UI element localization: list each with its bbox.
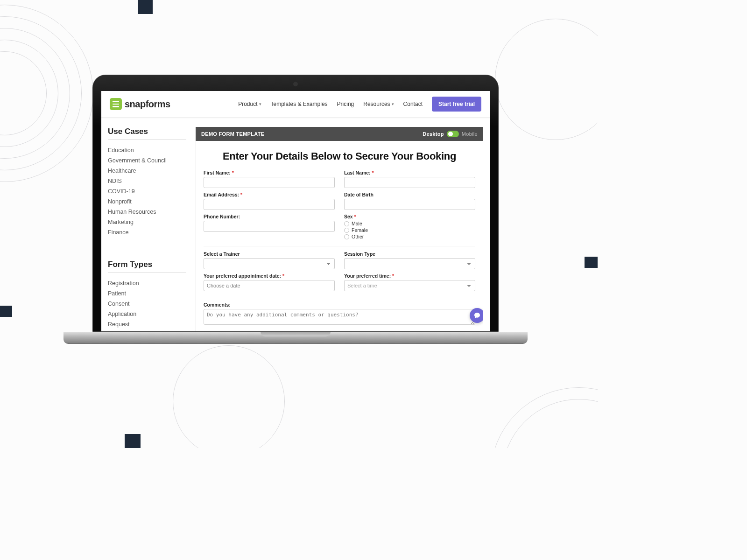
last-name-label: Last Name: * xyxy=(344,170,475,175)
dob-label: Date of Birth xyxy=(344,192,475,197)
sidebar-item-application[interactable]: Application xyxy=(108,309,186,319)
laptop-mockup: snapforms Product▾ Templates & Examples … xyxy=(92,75,499,344)
radio-icon xyxy=(344,221,349,226)
divider xyxy=(204,297,475,297)
nav-product[interactable]: Product▾ xyxy=(238,101,261,107)
nav-templates[interactable]: Templates & Examples xyxy=(271,101,328,107)
pref-date-label: Your preferred appointment date: * xyxy=(204,273,335,279)
first-name-label: First Name: * xyxy=(204,170,335,175)
camera-icon xyxy=(293,82,298,86)
sidebar-item-ndis[interactable]: NDIS xyxy=(108,176,186,186)
primary-nav: Product▾ Templates & Examples Pricing Re… xyxy=(238,97,481,112)
pref-time-label: Your preferred time: * xyxy=(344,273,475,279)
start-free-trial-button[interactable]: Start free trial xyxy=(432,97,481,112)
demo-panel-header: DEMO FORM TEMPLATE Desktop Mobile xyxy=(196,127,483,141)
nav-pricing[interactable]: Pricing xyxy=(337,101,354,107)
radio-icon xyxy=(344,228,349,233)
chat-icon xyxy=(473,312,481,319)
pref-time-select[interactable]: Select a time xyxy=(344,280,475,291)
sidebar-item-education[interactable]: Education xyxy=(108,145,186,155)
sidebar-item-feedback[interactable]: Feedback xyxy=(108,329,186,331)
logo-text: snapforms xyxy=(125,99,170,110)
logo-icon xyxy=(110,98,122,110)
sex-female[interactable]: Female xyxy=(344,227,475,233)
laptop-base xyxy=(63,332,528,344)
last-name-input[interactable] xyxy=(344,177,475,188)
decor-circles-left xyxy=(0,0,98,187)
sidebar-item-consent[interactable]: Consent xyxy=(108,299,186,309)
trainer-select[interactable] xyxy=(204,258,335,269)
sidebar-item-patient[interactable]: Patient xyxy=(108,288,186,299)
sidebar-item-marketing[interactable]: Marketing xyxy=(108,217,186,227)
sidebar-item-request[interactable]: Request xyxy=(108,319,186,329)
sidebar: Use Cases Education Government & Council… xyxy=(108,127,186,331)
sidebar-item-healthcare[interactable]: Healthcare xyxy=(108,166,186,176)
sex-label: Sex * xyxy=(344,214,475,219)
chevron-down-icon: ▾ xyxy=(392,102,394,106)
sidebar-item-government[interactable]: Government & Council xyxy=(108,155,186,166)
phone-label: Phone Number: xyxy=(204,214,335,219)
laptop-notch xyxy=(261,332,331,336)
decor-square xyxy=(0,306,12,317)
sidebar-item-registration[interactable]: Registration xyxy=(108,278,186,288)
sidebar-item-covid19[interactable]: COVID-19 xyxy=(108,186,186,196)
sex-male[interactable]: Male xyxy=(344,221,475,226)
divider xyxy=(204,246,475,246)
sidebar-heading-use-cases: Use Cases xyxy=(108,127,186,136)
phone-input[interactable] xyxy=(204,221,335,232)
toggle-switch[interactable] xyxy=(447,131,459,137)
chevron-down-icon: ▾ xyxy=(259,102,261,106)
radio-icon xyxy=(344,234,349,239)
demo-header-label: DEMO FORM TEMPLATE xyxy=(201,131,264,137)
logo[interactable]: snapforms xyxy=(110,98,170,110)
nav-contact[interactable]: Contact xyxy=(403,101,423,107)
pref-date-input[interactable] xyxy=(204,280,335,291)
divider xyxy=(108,272,186,273)
first-name-input[interactable] xyxy=(204,177,335,188)
dob-input[interactable] xyxy=(344,199,475,210)
decor-circle-bottom xyxy=(173,345,285,448)
view-toggle: Desktop Mobile xyxy=(423,131,478,137)
nav-resources[interactable]: Resources▾ xyxy=(363,101,394,107)
form-title: Enter Your Details Below to Secure Your … xyxy=(204,150,475,162)
site-header: snapforms Product▾ Templates & Examples … xyxy=(101,91,490,118)
session-label: Session Type xyxy=(344,251,475,257)
sidebar-item-hr[interactable]: Human Resources xyxy=(108,207,186,217)
sex-other[interactable]: Other xyxy=(344,234,475,239)
comments-label: Comments: xyxy=(204,302,475,308)
decor-square xyxy=(585,257,598,268)
decor-circles-bottomright xyxy=(486,383,598,448)
sidebar-heading-form-types: Form Types xyxy=(108,260,186,269)
decor-circle-topright xyxy=(495,19,598,140)
desktop-label[interactable]: Desktop xyxy=(423,131,444,137)
email-input[interactable] xyxy=(204,199,335,210)
decor-square xyxy=(125,434,141,448)
sidebar-item-nonprofit[interactable]: Nonprofit xyxy=(108,196,186,207)
comments-textarea[interactable] xyxy=(204,309,475,325)
sex-radio-group: Male Female Other xyxy=(344,221,475,239)
sidebar-item-finance[interactable]: Finance xyxy=(108,227,186,238)
trainer-label: Select a Trainer xyxy=(204,251,335,257)
chat-fab-button[interactable] xyxy=(470,308,483,323)
form-types-list: Registration Patient Consent Application… xyxy=(108,278,186,331)
divider xyxy=(108,139,186,140)
demo-form-panel: DEMO FORM TEMPLATE Desktop Mobile Enter … xyxy=(196,127,483,331)
session-select[interactable] xyxy=(344,258,475,269)
use-cases-list: Education Government & Council Healthcar… xyxy=(108,145,186,238)
mobile-label[interactable]: Mobile xyxy=(462,131,478,137)
email-label: Email Address: * xyxy=(204,192,335,197)
decor-square xyxy=(138,0,153,14)
